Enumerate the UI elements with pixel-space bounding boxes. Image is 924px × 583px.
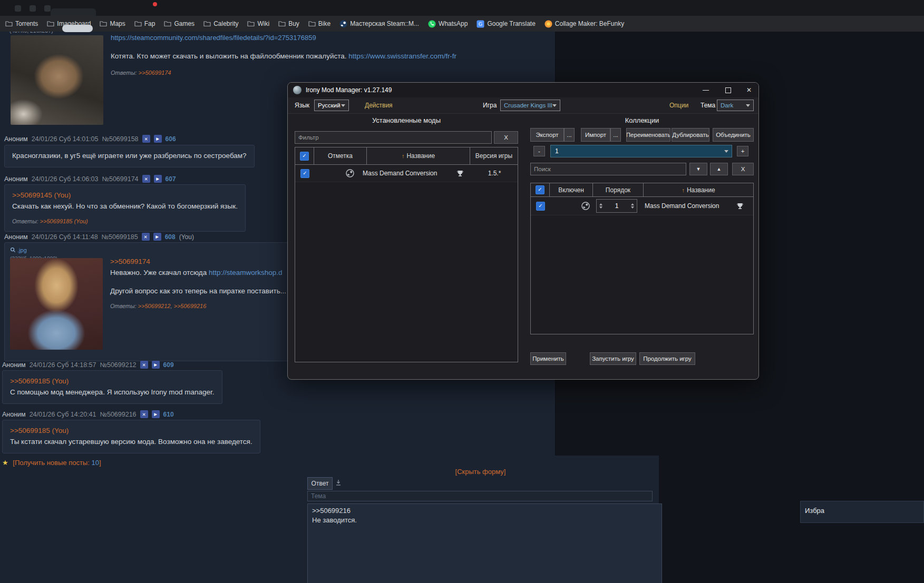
bookmark-buy[interactable]: Buy (278, 20, 299, 27)
reply-ref-link[interactable]: >>50699174 (110, 258, 150, 265)
reply-ref-link[interactable]: >>50699185 (You) (10, 377, 69, 385)
collection-search-input[interactable] (530, 163, 686, 175)
attach-download-icon[interactable] (335, 479, 342, 488)
comment-textarea[interactable]: >>50699216 Не заводится. (307, 503, 662, 583)
expand-post-button[interactable] (153, 233, 161, 241)
reply-ref-link[interactable]: >>50699212 (138, 303, 171, 309)
hide-post-button[interactable] (140, 410, 148, 418)
expand-post-button[interactable] (154, 135, 162, 143)
import-button[interactable]: Импорт (581, 128, 610, 142)
col-enabled[interactable]: Включен (550, 183, 593, 196)
bookmark-label: Google Translate (487, 20, 535, 27)
bookmark-wiki[interactable]: Wiki (247, 20, 269, 27)
bookmark-fap[interactable]: Fap (134, 20, 155, 27)
post-image-girl[interactable] (10, 258, 103, 350)
post-number-link[interactable]: №50699216 (100, 411, 137, 418)
bookmark-games[interactable]: Games (164, 20, 194, 27)
post-number-link[interactable]: №50699185 (102, 233, 138, 241)
post-number-link[interactable]: №50699158 (102, 135, 139, 143)
select-all-checkbox[interactable] (536, 185, 544, 194)
order-spinner[interactable]: 1 (596, 199, 637, 213)
apply-button[interactable]: Применить (530, 352, 566, 365)
mod-enabled-checkbox[interactable] (536, 202, 545, 211)
reply-tab[interactable]: Ответ (307, 477, 333, 490)
reply-ref-link[interactable]: >>50699145 (You) (12, 191, 71, 199)
options-menu[interactable]: Опции (669, 97, 688, 113)
bookmark-calebrity[interactable]: Calebrity (203, 20, 238, 27)
active-tab[interactable] (51, 8, 96, 16)
col-version[interactable]: Версия игры (470, 147, 518, 164)
close-button[interactable]: ✕ (741, 83, 757, 97)
bookmark-torrents[interactable]: Torrents (5, 20, 38, 27)
export-more-button[interactable]: ... (564, 128, 575, 142)
table-row[interactable]: Mass Demand Conversion 1.5.* (295, 165, 518, 182)
merge-collection-button[interactable]: Объединить (713, 128, 754, 142)
export-button[interactable]: Экспорт (530, 128, 564, 142)
hide-post-button[interactable] (142, 175, 150, 183)
theme-select[interactable]: Dark (717, 100, 754, 111)
bookmark-google-translate[interactable]: GGoogle Translate (476, 20, 535, 28)
bookmark-steam-workshop[interactable]: Мастерская Steam::M... (339, 20, 419, 28)
collection-select[interactable]: 1 (550, 145, 732, 157)
post-ordinal-link[interactable]: 610 (163, 411, 174, 418)
language-select[interactable]: Русский (314, 100, 349, 111)
hide-post-button[interactable] (142, 135, 150, 143)
hide-post-button[interactable] (142, 233, 150, 241)
remove-collection-button[interactable]: - (533, 146, 545, 156)
sort-ascending-button[interactable]: ▲ (710, 163, 728, 175)
reply-ref-link[interactable]: >>50699185 (You) (40, 218, 88, 224)
minimize-button[interactable]: — (698, 83, 714, 97)
reply-ref-link[interactable]: >>50699216 (174, 303, 207, 309)
expand-post-button[interactable] (154, 175, 162, 183)
game-select[interactable]: Crusader Kings III (500, 100, 560, 111)
file-link[interactable]: .jpg (17, 247, 27, 253)
post-ordinal-link[interactable]: 606 (166, 135, 176, 143)
op-steam-link[interactable]: https://steamcommunity.com/sharedfiles/f… (111, 34, 316, 42)
launch-game-button[interactable]: Запустить игру (590, 352, 636, 365)
col-order[interactable]: Порядок (593, 183, 644, 196)
op-transfer-link[interactable]: https://www.swisstransfer.com/fr-fr (348, 52, 456, 60)
bookmark-whatsapp[interactable]: WhatsApp (428, 20, 468, 28)
add-collection-button[interactable]: + (737, 146, 748, 156)
select-all-checkbox[interactable] (300, 152, 309, 161)
col-mark[interactable]: Отметка (314, 147, 367, 164)
bookmark-maps[interactable]: Maps (100, 20, 125, 27)
post-ordinal-link[interactable]: 607 (166, 175, 176, 183)
bookmark-bike[interactable]: Bike (308, 20, 330, 27)
window-titlebar[interactable]: Irony Mod Manager: v1.27.149 — ✕ (288, 83, 758, 97)
spinner-arrows-icon[interactable] (631, 203, 634, 209)
col-name[interactable]: ↑Название (644, 183, 753, 196)
tab-icon[interactable] (15, 5, 21, 12)
get-new-posts-link[interactable]: [Получить новые посты: 10] (13, 459, 101, 467)
resume-game-button[interactable]: Продолжить игру (639, 352, 695, 365)
post-number-link[interactable]: №50699212 (100, 361, 137, 369)
col-name[interactable]: ↑Название (367, 147, 470, 164)
filter-clear-button[interactable]: X (494, 131, 518, 144)
sort-descending-button[interactable]: ▼ (689, 163, 707, 175)
import-more-button[interactable]: ... (610, 128, 621, 142)
reply-ref-link[interactable]: >>50699185 (You) (10, 427, 69, 434)
filter-input[interactable] (295, 131, 492, 144)
maximize-button[interactable] (720, 83, 736, 97)
duplicate-collection-button[interactable]: Дублировать (672, 128, 709, 142)
hide-post-button[interactable] (140, 361, 148, 369)
table-row[interactable]: 1 Mass Demand Conversion (531, 197, 753, 215)
hide-form-link[interactable]: [Скрыть форму] (455, 468, 506, 476)
subject-input[interactable] (307, 491, 653, 501)
reply-ref-link[interactable]: >>50699174 (139, 70, 171, 76)
favorites-panel[interactable]: Избра (800, 501, 924, 523)
mod-enabled-checkbox[interactable] (300, 169, 309, 178)
rename-collection-button[interactable]: Переименовать (626, 128, 670, 142)
tab-icon[interactable] (30, 5, 36, 12)
bookmark-befunky[interactable]: Collage Maker: BeFunky (544, 20, 624, 28)
post-text-link[interactable]: http://steamworkshop.d (209, 269, 283, 276)
post-number-link[interactable]: №50699174 (102, 175, 139, 183)
post-ordinal-link[interactable]: 608 (165, 233, 176, 241)
tab-icon[interactable] (44, 5, 51, 12)
actions-menu[interactable]: Действия (365, 97, 393, 113)
op-image-cat[interactable] (11, 35, 103, 125)
expand-post-button[interactable] (152, 410, 160, 418)
post-ordinal-link[interactable]: 609 (163, 361, 174, 369)
expand-post-button[interactable] (152, 361, 160, 369)
search-clear-button[interactable]: X (732, 163, 754, 175)
